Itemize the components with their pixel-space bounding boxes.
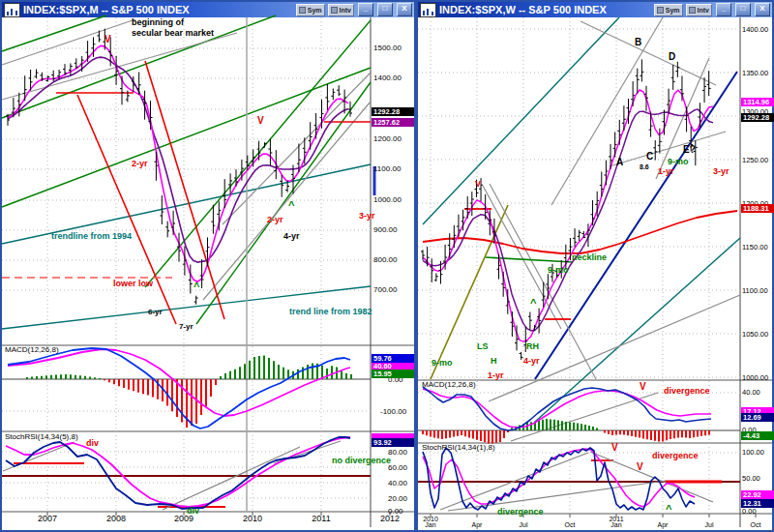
sym-icon: [657, 7, 664, 14]
minimize-button[interactable]: _: [716, 3, 731, 16]
minimize-button[interactable]: _: [358, 3, 373, 16]
close-button[interactable]: X: [397, 3, 412, 16]
window-monthly-chart: INDEX:$SPX,M -- S&P 500 INDEX Sym Intv _…: [0, 0, 416, 532]
sym-button[interactable]: Sym: [296, 4, 325, 16]
intv-icon: [331, 7, 338, 14]
window-weekly-chart: INDEX:$SPX,W -- S&P 500 INDEX Sym Intv _…: [416, 0, 774, 532]
maximize-button[interactable]: □: [377, 3, 393, 16]
title-bar[interactable]: INDEX:$SPX,W -- S&P 500 INDEX Sym Intv _…: [418, 2, 772, 17]
title-bar[interactable]: INDEX:$SPX,M -- S&P 500 INDEX Sym Intv _…: [2, 2, 414, 17]
chart-window-icon: [420, 3, 436, 17]
close-button[interactable]: X: [755, 3, 770, 16]
chart-window-icon: [4, 3, 20, 17]
sym-button[interactable]: Sym: [654, 4, 683, 16]
intv-button[interactable]: Intv: [328, 4, 354, 16]
sym-icon: [299, 7, 306, 14]
intv-button[interactable]: Intv: [686, 4, 712, 16]
maximize-button[interactable]: □: [735, 3, 751, 16]
window-title: INDEX:$SPX,M -- S&P 500 INDEX: [23, 4, 190, 15]
intv-icon: [689, 7, 696, 14]
window-title: INDEX:$SPX,W -- S&P 500 INDEX: [439, 4, 607, 15]
